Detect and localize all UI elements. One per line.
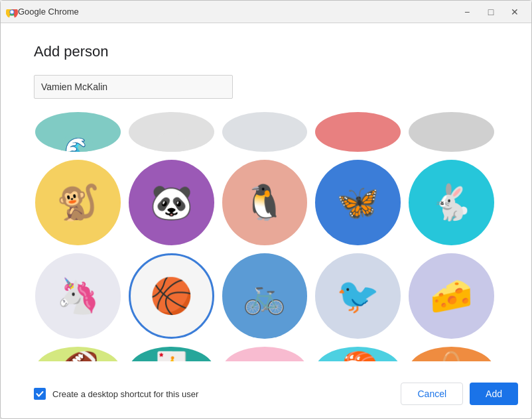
dialog-content: Add person 🌊 xyxy=(1,23,531,375)
avatar-rabbit-icon: 🐇 xyxy=(409,160,494,245)
dialog-heading: Add person xyxy=(34,43,498,60)
avatar-cheese-icon: 🧀 xyxy=(409,253,494,339)
title-bar: Google Chrome − □ ✕ xyxy=(1,1,531,23)
avatar-item[interactable]: 🍣 xyxy=(315,347,401,361)
avatar-item[interactable]: 🐧 xyxy=(222,160,308,245)
avatar-monkey-icon: 🐒 xyxy=(35,160,121,245)
window-controls: − □ ✕ xyxy=(456,1,526,23)
desktop-shortcut-checkbox[interactable] xyxy=(34,388,46,400)
avatar-item[interactable]: 🚲 xyxy=(222,253,308,339)
add-button[interactable]: Add xyxy=(470,383,518,405)
avatar-item[interactable]: 🌊 xyxy=(35,112,121,152)
avatar-item[interactable]: 🃏 xyxy=(129,347,214,361)
avatar-penguin-icon: 🐧 xyxy=(222,160,308,245)
avatar-item[interactable]: 👜 xyxy=(409,347,494,361)
checkbox-row: Create a desktop shortcut for this user xyxy=(34,388,198,400)
avatar-panda-icon: 🐼 xyxy=(129,160,214,245)
app-window: Google Chrome − □ ✕ Add person 🌊 xyxy=(0,0,532,419)
avatar-scroll-container[interactable]: 🌊 🐒 🐼 xyxy=(34,109,498,361)
checkbox-label: Create a desktop shortcut for this user xyxy=(52,389,198,399)
avatar-sushi-icon: 🍣 xyxy=(315,347,401,361)
avatar-item[interactable] xyxy=(315,112,401,152)
avatar-butterfly-icon: 🦋 xyxy=(315,160,401,245)
svg-point-2 xyxy=(11,10,14,13)
avatar-item[interactable]: 🧀 xyxy=(409,253,494,339)
avatar-item[interactable]: 🕶️ xyxy=(222,347,308,361)
avatar-sunglasses-icon: 🕶️ xyxy=(222,347,308,361)
chrome-logo-icon xyxy=(6,6,18,18)
name-input[interactable] xyxy=(34,75,233,99)
avatar-item[interactable]: 🦄 xyxy=(35,253,121,339)
avatar-item[interactable]: 🦋 xyxy=(315,160,401,245)
avatar-item[interactable] xyxy=(222,112,308,152)
avatar-origami-icon: 🦄 xyxy=(35,253,121,339)
button-row: Cancel Add xyxy=(401,383,518,405)
avatar-item[interactable] xyxy=(409,112,494,152)
window-title: Google Chrome xyxy=(18,7,456,17)
avatar-item[interactable]: 🏈 xyxy=(35,347,121,361)
avatar-bag-icon: 👜 xyxy=(409,347,494,361)
avatar-scroll-wrapper: 🌊 🐒 🐼 xyxy=(34,109,498,361)
avatar-item[interactable]: 🐇 xyxy=(409,160,494,245)
bottom-bar: Create a desktop shortcut for this user … xyxy=(1,375,531,418)
avatar-grid: 🌊 🐒 🐼 xyxy=(34,109,496,361)
avatar-basketball-icon: 🏀 xyxy=(131,255,212,337)
avatar-item[interactable] xyxy=(129,112,214,152)
avatar-bird-icon: 🐦 xyxy=(315,253,401,339)
maximize-button[interactable]: □ xyxy=(480,1,502,23)
avatar-item[interactable]: 🐼 xyxy=(129,160,214,245)
avatar-bicycle-icon: 🚲 xyxy=(222,253,308,339)
avatar-item[interactable]: 🐒 xyxy=(35,160,121,245)
minimize-button[interactable]: − xyxy=(456,1,478,23)
cancel-button[interactable]: Cancel xyxy=(401,383,463,405)
avatar-item[interactable]: 🐦 xyxy=(315,253,401,339)
checkmark-icon xyxy=(36,390,44,398)
close-button[interactable]: ✕ xyxy=(503,1,526,23)
avatar-item[interactable]: 🏀 xyxy=(129,253,214,339)
avatar-cards-icon: 🃏 xyxy=(129,347,214,361)
avatar-football-icon: 🏈 xyxy=(35,347,121,361)
